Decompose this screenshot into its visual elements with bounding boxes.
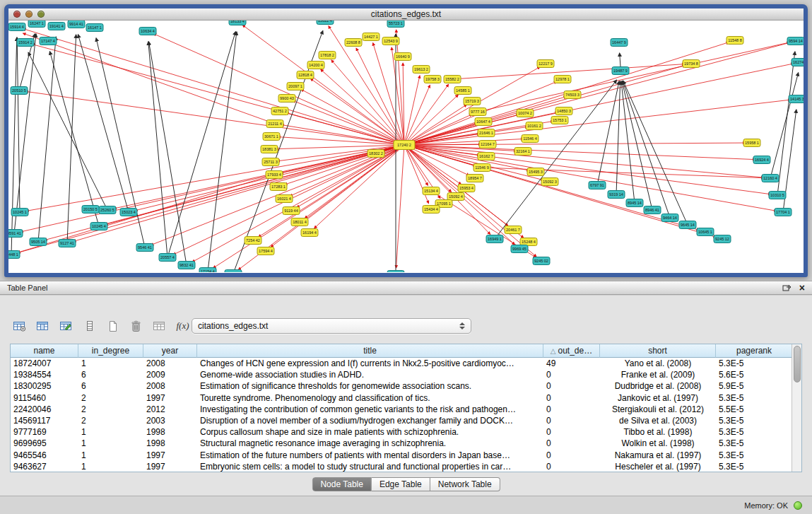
table-cell[interactable]: Disruption of a novel member of a sodium… <box>197 415 543 426</box>
table-cell[interactable]: 6 <box>78 380 143 392</box>
table-cell[interactable]: 1 <box>78 450 143 461</box>
network-node[interactable]: 9245 02 <box>533 257 550 265</box>
network-node[interactable]: 74503 3 <box>564 91 581 99</box>
table-cell[interactable]: 5.3E-5 <box>716 450 793 461</box>
network-node[interactable]: 12164 7 <box>479 141 496 148</box>
network-node[interactable]: 10245 4 <box>90 223 107 230</box>
table-cell[interactable]: Estimation of significance thresholds fo… <box>197 380 543 392</box>
table-cell[interactable]: 0 <box>543 392 600 404</box>
network-node[interactable]: 14145 3 <box>789 95 804 103</box>
network-node[interactable]: 17240 2 <box>394 141 415 150</box>
network-node[interactable]: 9832 41 <box>178 262 195 269</box>
network-node[interactable]: 15134 4 <box>423 187 440 195</box>
network-node[interactable]: 16021 4 <box>276 195 293 203</box>
table-cell[interactable]: 22420046 <box>11 404 78 415</box>
network-node[interactable]: 9645 14 <box>679 221 696 229</box>
network-node[interactable]: 9127 41 <box>59 240 76 247</box>
network-node[interactable]: 6797 91 <box>589 182 606 189</box>
column-header-in_degree[interactable]: in_degree <box>78 344 143 358</box>
table-cell[interactable]: 0 <box>543 415 600 426</box>
network-node[interactable]: 16949 1 <box>486 235 503 243</box>
table-cell[interactable]: 5.3E-5 <box>716 426 793 438</box>
table-cell[interactable]: 0 <box>543 461 600 472</box>
table-cell[interactable]: 9463627 <box>11 461 78 472</box>
close-window-button[interactable] <box>13 11 20 18</box>
table-cell[interactable]: 1998 <box>143 438 197 449</box>
network-node[interactable]: 21211 4 <box>266 120 283 128</box>
import-table-icon[interactable] <box>150 317 169 336</box>
table-cell[interactable]: Tibbo et al. (1998) <box>600 426 716 438</box>
network-node[interactable]: 42751 2 <box>271 107 288 115</box>
table-cell[interactable]: 0 <box>543 426 600 438</box>
table-cell[interactable]: 18724007 <box>11 358 78 369</box>
network-node[interactable]: 9464 14 <box>661 214 678 222</box>
table-cell[interactable]: Dudbridge et al. (2008) <box>600 380 716 392</box>
table-cell[interactable]: Yano et al. (2008) <box>600 358 716 369</box>
network-node[interactable]: 16274 1 <box>792 59 804 66</box>
table-cell[interactable]: 2 <box>78 415 143 426</box>
network-node[interactable]: 12818 4 <box>297 71 314 79</box>
network-node[interactable]: 19613 2 <box>413 66 430 74</box>
table-source-select[interactable]: citations_edges.txt <box>192 318 471 334</box>
table-cell[interactable]: Investigating the contribution of common… <box>197 404 543 415</box>
table-row[interactable]: 911546021997Tourette syndrome. Phenomeno… <box>11 392 793 404</box>
table-cell[interactable]: 0 <box>543 450 600 461</box>
table-cell[interactable]: 1997 <box>143 461 197 472</box>
network-node[interactable]: 22608 8 <box>345 39 362 47</box>
network-node[interactable]: 15022 4 <box>317 21 334 25</box>
network-node[interactable]: 12978 1 <box>554 76 571 83</box>
network-node[interactable]: 15434 4 <box>423 206 440 214</box>
network-node[interactable]: 14427 1 <box>363 33 379 41</box>
network-node[interactable]: 20510 5 <box>11 87 28 95</box>
row-list-icon[interactable] <box>80 317 99 336</box>
table-cell[interactable]: 5.3E-5 <box>716 461 793 472</box>
network-node[interactable]: 14850 3 <box>555 107 572 115</box>
network-node[interactable]: 10245 1 <box>11 209 28 216</box>
network-node[interactable]: 19734 8 <box>683 60 700 68</box>
table-cell[interactable]: 49 <box>543 358 600 369</box>
table-cell[interactable]: Genome-wide association studies in ADHD. <box>197 369 543 380</box>
table-cell[interactable]: 0 <box>543 369 600 380</box>
table-cell[interactable]: 5.3E-5 <box>716 415 793 426</box>
network-node[interactable]: 9591 41 <box>8 230 23 238</box>
network-node[interactable]: 16194 4 <box>301 229 318 237</box>
network-node[interactable]: 15092 4 <box>447 193 464 201</box>
network-node[interactable]: 19487 9 <box>612 67 629 75</box>
network-node[interactable]: 55723 1 <box>387 21 404 28</box>
table-cell[interactable]: Tourette syndrome. Phenomenology and cla… <box>197 392 543 404</box>
table-cell[interactable]: 1 <box>78 461 143 472</box>
network-node[interactable]: 16447 9 <box>611 39 628 47</box>
column-settings-icon[interactable] <box>10 317 29 336</box>
table-cell[interactable]: Stergiakouli et al. (2012) <box>600 404 716 415</box>
network-node[interactable]: 11546 9 <box>473 164 490 172</box>
network-node[interactable]: 7254 42 <box>245 237 261 245</box>
table-cell[interactable]: Corpus callosum shape and size in male p… <box>197 426 543 438</box>
table-cell[interactable]: 6 <box>78 369 143 380</box>
table-cell[interactable]: 1998 <box>143 426 197 438</box>
network-node[interactable]: 10310 5 <box>769 192 786 199</box>
network-node[interactable]: 9900 43 <box>278 95 295 103</box>
network-node[interactable]: 10161 2 <box>526 122 543 130</box>
network-node[interactable]: 15753 1 <box>551 117 568 124</box>
table-cell[interactable]: 5.6E-5 <box>716 369 793 380</box>
network-node[interactable]: 9119 44 <box>283 207 300 215</box>
network-node[interactable]: 14200 4 <box>307 62 324 69</box>
memory-indicator[interactable] <box>794 501 802 510</box>
new-table-icon[interactable] <box>103 317 122 336</box>
table-cell[interactable]: 19384554 <box>11 369 78 380</box>
table-cell[interactable]: Jankovic et al. (1997) <box>600 392 716 404</box>
network-node[interactable]: 9594 14 <box>787 37 804 45</box>
table-cell[interactable]: 5.9E-5 <box>716 380 793 392</box>
network-node[interactable]: 25711 3 <box>262 158 279 166</box>
delete-table-icon[interactable] <box>126 317 146 336</box>
network-node[interactable]: 19141 4 <box>48 23 65 30</box>
network-node[interactable]: 9969 45 <box>511 245 528 253</box>
table-cell[interactable]: 2008 <box>143 380 197 392</box>
network-node[interactable]: 21646 1 <box>478 129 495 137</box>
table-scrollbar[interactable] <box>792 344 801 472</box>
table-row[interactable]: 946362711997Embryonic stem cells: a mode… <box>11 461 793 472</box>
network-node[interactable]: 12160 4 <box>762 175 779 182</box>
function-builder-icon[interactable]: f(x) <box>173 317 192 336</box>
network-node[interactable]: 17818 2 <box>319 52 336 59</box>
network-node[interactable]: 8946 41 <box>644 206 661 214</box>
